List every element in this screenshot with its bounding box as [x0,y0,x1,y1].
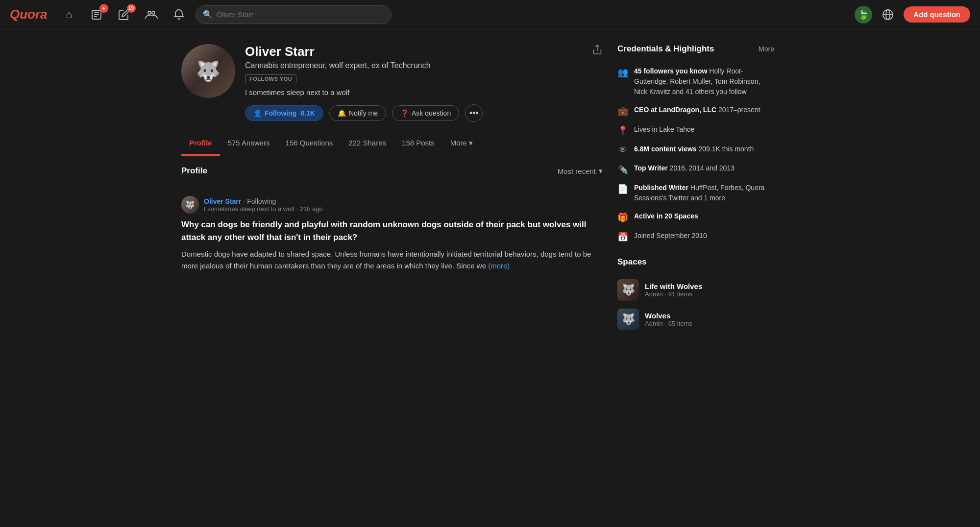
following-button[interactable]: 👤 Following 8.1K [245,105,323,121]
nav-icon-group: ⌂ ● 19 [60,6,188,24]
credentials-section: Credentials & Highlights More 👥 45 follo… [617,44,774,242]
profile-actions: 👤 Following 8.1K 🔔 Notify me ❓ Ask quest… [245,104,603,122]
spaces-section: Spaces 🐺 Life with Wolves Admin · 91 ite… [617,257,774,330]
post-question[interactable]: Why can dogs be friendly and playful wit… [181,218,603,243]
write-badge: 19 [127,4,136,13]
profile-header: 🐺 Oliver Starr Cannabis entrepreneur, wo… [181,44,603,122]
quora-logo[interactable]: Quora [10,7,48,22]
post-author-name[interactable]: Oliver Starr [204,197,241,205]
search-icon: 🔍 [203,10,213,19]
leaf-badge-icon[interactable]: 🍃 [855,6,872,24]
published-icon: 📄 [617,184,628,194]
tab-profile[interactable]: Profile [181,132,220,156]
tab-questions[interactable]: 156 Questions [278,132,341,156]
notify-button[interactable]: 🔔 Notify me [329,105,386,121]
profile-tagline: Cannabis entrepreneur, wolf expert, ex o… [245,61,603,70]
sort-chevron-icon: ▾ [599,167,603,175]
following-label: Following [265,109,296,117]
cred-spaces: 🎁 Active in 20 Spaces [617,211,774,223]
profile-name: Oliver Starr [245,44,603,59]
tab-posts[interactable]: 158 Posts [394,132,442,156]
cred-job-title: CEO at LandDragon, LLC [634,106,716,114]
post-author-name-line: Oliver Starr · Following [204,197,603,205]
space-item-wolves[interactable]: 🐺 Wolves Admin · 65 items [617,309,774,330]
avatar: 🐺 [181,44,235,98]
post-following-label: · Following [243,197,276,205]
cred-top-writer-years: 2016, 2014 and 2013 [670,164,735,172]
space-item-life-with-wolves[interactable]: 🐺 Life with Wolves Admin · 91 items [617,279,774,301]
home-icon[interactable]: ⌂ [60,6,78,24]
credentials-title: Credentials & Highlights [617,44,714,54]
cred-views-count: 6.8M content views [634,145,697,153]
notify-label: Notify me [349,109,378,117]
notify-icon: 🔔 [338,109,346,117]
cred-location: 📍 Lives in Lake Tahoe [617,124,774,136]
cred-top-writer: ✒️ Top Writer 2016, 2014 and 2013 [617,163,774,175]
left-column: 🐺 Oliver Starr Cannabis entrepreneur, wo… [181,44,603,338]
credentials-header: Credentials & Highlights More [617,44,774,60]
space-avatar-wolves: 🐺 [617,309,639,330]
cred-top-writer-label: Top Writer [634,164,668,172]
cred-views: 👁 6.8M content views 209.1K this month [617,144,774,155]
nav-right-actions: 🍃 Add question [855,6,970,24]
right-column: Credentials & Highlights More 👥 45 follo… [617,44,774,338]
cred-spaces-count: Active in 20 Spaces [634,212,698,220]
cred-location-text: Lives in Lake Tahoe [634,125,695,133]
tab-answers[interactable]: 575 Answers [220,132,278,156]
ask-label: Ask question [412,109,451,117]
cred-followers-count: 45 followers you know [634,67,707,75]
post-excerpt: Domestic dogs have adapted to shared spa… [181,248,603,272]
svg-point-4 [148,11,151,14]
cred-published-label: Published Writer [634,184,688,192]
followers-icon: 👥 [617,67,628,78]
post-more-link[interactable]: (more) [488,262,510,270]
views-icon: 👁 [617,145,628,155]
profile-info: Oliver Starr Cannabis entrepreneur, wolf… [245,44,603,122]
space-meta-wolves: Admin · 65 items [645,320,692,327]
post-author-info: Oliver Starr · Following I sometimes sle… [204,197,603,213]
drafts-icon[interactable]: ● [88,6,105,24]
space-name-wolves: Wolves [645,311,692,320]
write-icon[interactable]: 19 [115,6,133,24]
post-card: 🐺 Oliver Starr · Following I sometimes s… [181,188,603,280]
ask-question-button[interactable]: ❓ Ask question [392,105,459,121]
following-icon: 👤 [253,109,262,117]
cred-views-month: 209.1K this month [698,145,754,153]
spaces-title: Spaces [617,257,774,273]
follows-you-badge: FOLLOWS YOU [245,74,296,83]
search-bar[interactable]: 🔍 [196,5,392,24]
profile-tabs: Profile 575 Answers 156 Questions 222 Sh… [181,132,603,156]
post-author-avatar: 🐺 [181,196,199,214]
main-container: 🐺 Oliver Starr Cannabis entrepreneur, wo… [172,29,808,353]
drafts-badge: ● [99,4,108,13]
space-info-life-with-wolves: Life with Wolves Admin · 91 items [645,282,702,298]
search-input[interactable] [217,10,384,19]
add-question-button[interactable]: Add question [904,6,970,23]
top-writer-icon: ✒️ [617,164,628,175]
share-icon[interactable] [592,44,603,57]
ask-icon: ❓ [400,109,409,117]
cred-job: 💼 CEO at LandDragon, LLC 2017–present [617,105,774,117]
svg-point-5 [152,11,155,14]
sort-label: Most recent [558,167,596,175]
dots-icon: ••• [469,108,479,119]
profile-section-header: Profile Most recent ▾ [181,166,603,182]
credentials-more-link[interactable]: More [759,45,774,53]
space-info-wolves: Wolves Admin · 65 items [645,311,692,327]
people-icon[interactable] [143,6,160,24]
space-name-life-with-wolves: Life with Wolves [645,282,702,290]
globe-icon[interactable] [879,6,897,24]
post-bio-time: I sometimes sleep next to a wolf · 21h a… [204,205,603,213]
tab-shares[interactable]: 222 Shares [341,132,394,156]
bell-icon[interactable] [170,6,188,24]
spaces-icon: 🎁 [617,212,628,223]
sort-button[interactable]: Most recent ▾ [558,167,603,175]
tab-more[interactable]: More ▾ [442,132,481,156]
avatar-image: 🐺 [181,44,235,98]
space-meta-life-with-wolves: Admin · 91 items [645,290,702,298]
cred-joined-date: Joined September 2010 [634,232,707,240]
top-navigation: Quora ⌂ ● 19 [0,0,980,29]
more-dots-button[interactable]: ••• [465,104,483,122]
location-icon: 📍 [617,125,628,136]
profile-bio: I sometimes sleep next to a wolf [245,88,603,96]
